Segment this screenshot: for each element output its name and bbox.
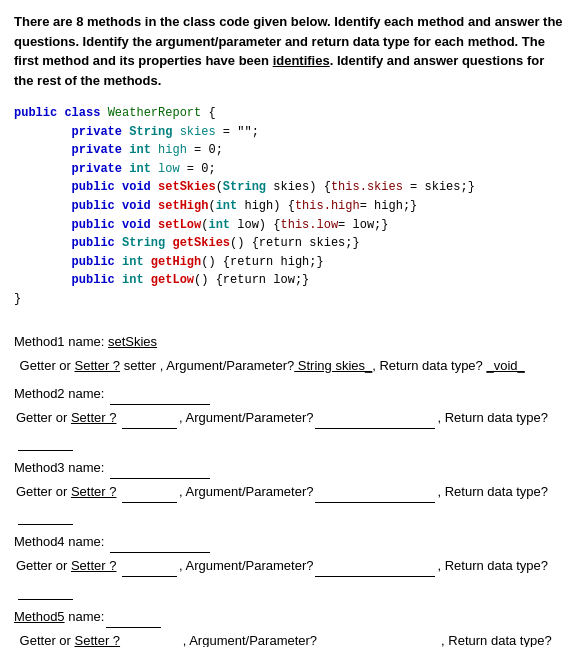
method1-return-value: _void_ <box>486 358 524 373</box>
method4-return-blank[interactable] <box>18 599 73 600</box>
method1-label: Method1 name: <box>14 334 108 349</box>
method2-setter-label: Setter ? <box>71 410 117 425</box>
method5-name-row: Method5 name: <box>14 606 564 628</box>
method4-setter-label: Setter ? <box>71 558 117 573</box>
method1-setter-label: Setter ? <box>75 358 121 373</box>
method3-setter-blank[interactable] <box>122 502 177 503</box>
method1-name-value: setSkies <box>108 334 157 349</box>
identifies-word: identifies <box>273 53 330 68</box>
method3-return-blank[interactable] <box>18 524 73 525</box>
questions-section: Method1 name: setSkies Getter or Setter … <box>14 331 564 647</box>
code-block: public class WeatherReport { private Str… <box>14 100 564 313</box>
method1-getter-setter-row: Getter or Setter ? setter , Argument/Par… <box>16 355 564 377</box>
method4-label: Method4 name: <box>14 534 108 549</box>
method5-setter-label: Setter ? <box>75 633 121 647</box>
method4-getter-setter-row: Getter or Setter ? , Argument/Parameter?… <box>16 555 564 599</box>
method3-label: Method3 name: <box>14 460 108 475</box>
method2-name-row: Method2 name: <box>14 383 564 405</box>
method2-getter-setter-row: Getter or Setter ? , Argument/Parameter?… <box>16 407 564 451</box>
method5-name-blank[interactable] <box>106 627 161 628</box>
method5-getter-setter-row: Getter or Setter ? , Argument/Parameter?… <box>16 630 564 647</box>
method5-name-suffix: name: <box>68 609 104 624</box>
instructions: There are 8 methods in the class code gi… <box>14 12 564 90</box>
method2-return-blank[interactable] <box>18 450 73 451</box>
method2-name-blank[interactable] <box>110 404 210 405</box>
method3-setter-label: Setter ? <box>71 484 117 499</box>
method2-label: Method2 name: <box>14 386 108 401</box>
method5-label: Method5 <box>14 609 65 624</box>
method3-getter-setter-row: Getter or Setter ? , Argument/Parameter?… <box>16 481 564 525</box>
method4-arg-blank[interactable] <box>315 576 435 577</box>
method3-arg-blank[interactable] <box>315 502 435 503</box>
method2-arg-blank[interactable] <box>315 428 435 429</box>
method3-name-row: Method3 name: <box>14 457 564 479</box>
method2-setter-blank[interactable] <box>122 428 177 429</box>
method4-setter-blank[interactable] <box>122 576 177 577</box>
method1-name-row: Method1 name: setSkies <box>14 331 564 353</box>
method4-name-row: Method4 name: <box>14 531 564 553</box>
method3-name-blank[interactable] <box>110 478 210 479</box>
method4-name-blank[interactable] <box>110 552 210 553</box>
method1-arg-value: String skies_ <box>294 358 372 373</box>
